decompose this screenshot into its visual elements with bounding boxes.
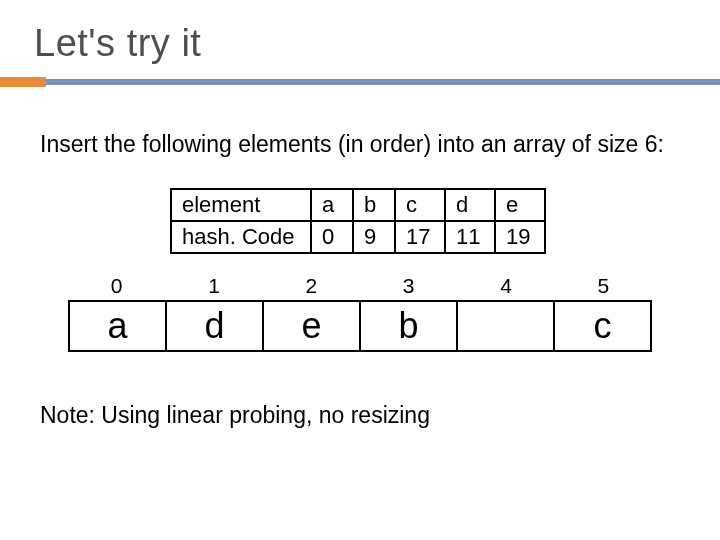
cell: c	[395, 189, 445, 221]
cell: b	[353, 189, 395, 221]
table-row: hash. Code 0 9 17 11 19	[171, 221, 545, 253]
array-slot: c	[555, 302, 650, 350]
cell: e	[495, 189, 545, 221]
array-slot	[458, 302, 555, 350]
cell: 17	[395, 221, 445, 253]
row-label-hashcode: hash. Code	[171, 221, 311, 253]
index-row: 0 1 2 3 4 5	[68, 274, 652, 300]
array-slot: a	[70, 302, 167, 350]
index-label: 4	[457, 274, 554, 300]
title-rule	[0, 79, 720, 85]
rule-bar	[46, 79, 720, 85]
cell: d	[445, 189, 495, 221]
cell: 9	[353, 221, 395, 253]
cell: a	[311, 189, 353, 221]
index-label: 3	[360, 274, 457, 300]
index-label: 2	[263, 274, 360, 300]
slide-title: Let's try it	[0, 0, 720, 79]
slot-row: a d e b c	[68, 300, 652, 352]
cell: 19	[495, 221, 545, 253]
array-slot: b	[361, 302, 458, 350]
slide: Let's try it Insert the following elemen…	[0, 0, 720, 540]
note-text: Note: Using linear probing, no resizing	[40, 402, 680, 429]
cell: 0	[311, 221, 353, 253]
accent-block	[0, 77, 46, 87]
array-slot: e	[264, 302, 361, 350]
intro-text: Insert the following elements (in order)…	[40, 131, 680, 158]
array-diagram: 0 1 2 3 4 5 a d e b c	[68, 274, 652, 352]
index-label: 5	[555, 274, 652, 300]
slide-body: Insert the following elements (in order)…	[0, 85, 720, 429]
hash-table: element a b c d e hash. Code 0 9 17 11 1…	[170, 188, 546, 254]
array-slot: d	[167, 302, 264, 350]
index-label: 1	[165, 274, 262, 300]
row-label-element: element	[171, 189, 311, 221]
cell: 11	[445, 221, 495, 253]
table-row: element a b c d e	[171, 189, 545, 221]
index-label: 0	[68, 274, 165, 300]
